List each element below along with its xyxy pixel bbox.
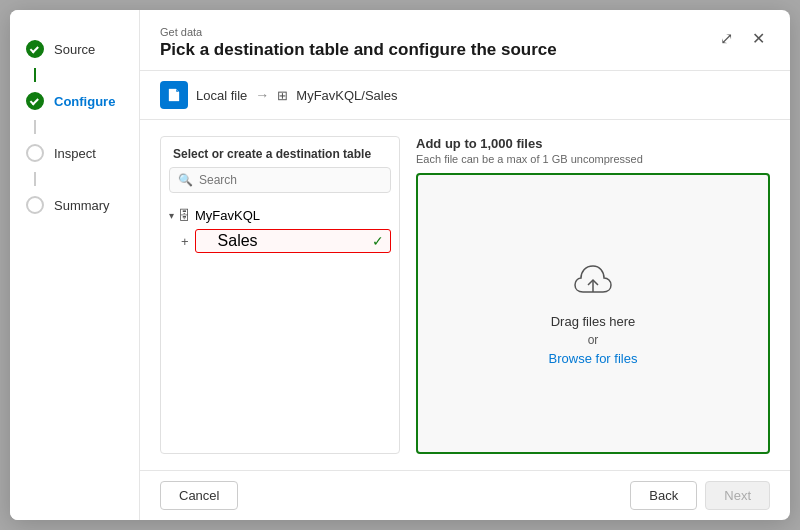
sidebar-label-configure: Configure xyxy=(54,94,115,109)
breadcrumb-source-label: Local file xyxy=(196,88,247,103)
step-circle-source xyxy=(26,40,44,58)
step-connector-2 xyxy=(34,120,36,134)
breadcrumb-table-icon: ⊞ xyxy=(277,88,288,103)
modal-header-actions: ⤢ ✕ xyxy=(714,26,770,50)
sidebar: Source Configure Inspect Summary xyxy=(10,10,140,520)
right-panel-title: Add up to 1,000 files xyxy=(416,136,770,151)
search-input[interactable] xyxy=(199,173,382,187)
main-content: Get data Pick a destination table and co… xyxy=(140,10,790,520)
sidebar-label-inspect: Inspect xyxy=(54,146,96,161)
back-button[interactable]: Back xyxy=(630,481,697,510)
tree-child-selected[interactable]: Sales ✓ xyxy=(195,229,391,253)
tree-area: ▾ 🗄 MyFavKQL + Sales ✓ xyxy=(161,201,399,453)
close-button[interactable]: ✕ xyxy=(746,26,770,50)
left-panel-title: Select or create a destination table xyxy=(161,137,399,167)
sidebar-item-summary[interactable]: Summary xyxy=(10,186,139,224)
tree-table-row[interactable]: + Sales ✓ xyxy=(161,226,399,256)
next-button[interactable]: Next xyxy=(705,481,770,510)
browse-files-link[interactable]: Browse for files xyxy=(549,351,638,366)
footer-left: Cancel xyxy=(160,481,238,510)
database-icon: 🗄 xyxy=(178,208,191,223)
search-box: 🔍 xyxy=(169,167,391,193)
content-area: Select or create a destination table 🔍 ▾… xyxy=(140,120,790,470)
cancel-button[interactable]: Cancel xyxy=(160,481,238,510)
sidebar-item-inspect[interactable]: Inspect xyxy=(10,134,139,172)
breadcrumb-arrow: → xyxy=(255,87,269,103)
sidebar-label-source: Source xyxy=(54,42,95,57)
expand-button[interactable]: ⤢ xyxy=(714,26,738,50)
tree-db-item[interactable]: ▾ 🗄 MyFavKQL xyxy=(161,205,399,226)
drop-zone-text: Drag files here xyxy=(551,314,636,329)
right-panel-subtitle: Each file can be a max of 1 GB uncompres… xyxy=(416,153,770,165)
right-panel: Add up to 1,000 files Each file can be a… xyxy=(416,136,770,454)
step-circle-configure xyxy=(26,92,44,110)
table-label: Sales xyxy=(218,232,258,250)
plus-icon: + xyxy=(181,234,189,249)
step-connector-1 xyxy=(34,68,36,82)
sidebar-label-summary: Summary xyxy=(54,198,110,213)
modal-container: Source Configure Inspect Summary xyxy=(10,10,790,520)
step-connector-3 xyxy=(34,172,36,186)
breadcrumb-table-label: MyFavKQL/Sales xyxy=(296,88,397,103)
drop-zone[interactable]: Drag files here or Browse for files xyxy=(416,173,770,454)
step-circle-inspect xyxy=(26,144,44,162)
breadcrumb-bar: Local file → ⊞ MyFavKQL/Sales xyxy=(140,71,790,120)
modal-subtitle: Get data xyxy=(160,26,557,38)
upload-cloud-icon xyxy=(573,262,613,306)
chevron-down-icon: ▾ xyxy=(169,210,174,221)
db-label: MyFavKQL xyxy=(195,208,260,223)
drop-zone-or: or xyxy=(588,333,599,347)
footer-right: Back Next xyxy=(630,481,770,510)
local-file-icon xyxy=(160,81,188,109)
sidebar-item-source[interactable]: Source xyxy=(10,30,139,68)
modal-header: Get data Pick a destination table and co… xyxy=(140,10,790,71)
modal-title: Pick a destination table and configure t… xyxy=(160,40,557,60)
sidebar-item-configure[interactable]: Configure xyxy=(10,82,139,120)
modal-header-left: Get data Pick a destination table and co… xyxy=(160,26,557,60)
modal-footer: Cancel Back Next xyxy=(140,470,790,520)
search-icon: 🔍 xyxy=(178,173,193,187)
left-panel: Select or create a destination table 🔍 ▾… xyxy=(160,136,400,454)
check-icon: ✓ xyxy=(372,233,384,249)
step-circle-summary xyxy=(26,196,44,214)
